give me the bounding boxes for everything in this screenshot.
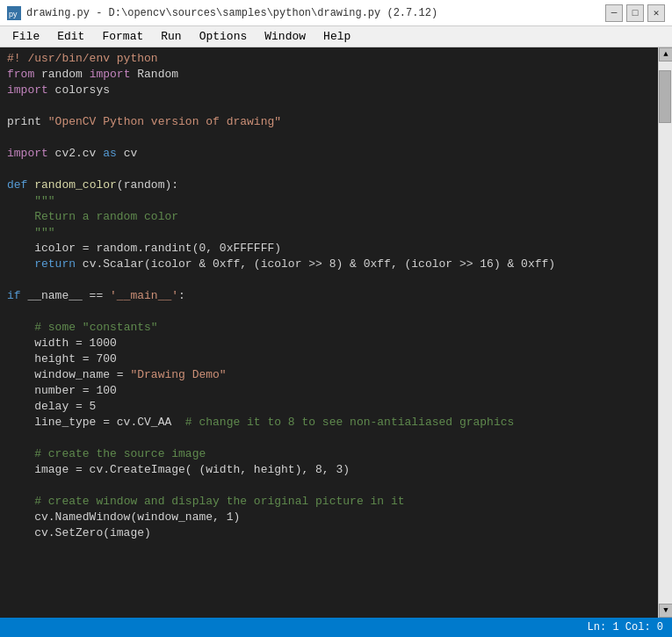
code-line: line_type = cv.CV_AA # change it to 8 to… [0,415,658,431]
scroll-down-button[interactable]: ▼ [659,604,672,618]
menu-item-options[interactable]: Options [191,28,257,45]
code-line: # create window and display the original… [0,494,658,510]
code-line: from random import Random [0,67,658,83]
code-line: """ [0,225,658,241]
menu-bar: FileEditFormatRunOptionsWindowHelp [0,26,672,47]
menu-item-window[interactable]: Window [256,28,314,45]
code-line: import colorsys [0,83,658,98]
code-line [0,130,658,146]
maximize-button[interactable]: □ [626,4,644,22]
cursor-position: Ln: 1 Col: 0 [588,621,663,633]
code-area[interactable]: #! /usr/bin/env pythonfrom random import… [0,47,658,618]
code-line: """ [0,193,658,209]
code-line: return cv.Scalar(icolor & 0xff, (icolor … [0,257,658,272]
scroll-thumb[interactable] [659,70,671,123]
code-line [0,304,658,320]
code-line: window_name = "Drawing Demo" [0,367,658,383]
svg-text:py: py [9,10,18,18]
scrollbar-right[interactable]: ▲ ▼ [658,47,672,618]
code-line: width = 1000 [0,336,658,351]
menu-item-run[interactable]: Run [152,28,190,45]
code-line: image = cv.CreateImage( (width, height),… [0,462,658,478]
code-line [0,431,658,446]
close-button[interactable]: ✕ [647,4,665,22]
code-line [0,272,658,288]
code-line: # create the source image [0,446,658,462]
code-line: cv.SetZero(image) [0,525,658,541]
scroll-track[interactable] [659,62,672,604]
code-line: if __name__ == '__main__': [0,288,658,304]
title-bar: py drawing.py - D:\opencv\sources\sample… [0,0,672,26]
editor-container: #! /usr/bin/env pythonfrom random import… [0,47,672,618]
menu-item-format[interactable]: Format [93,28,152,45]
code-line: #! /usr/bin/env python [0,51,658,67]
menu-item-edit[interactable]: Edit [48,28,93,45]
code-line: number = 100 [0,383,658,399]
code-line: delay = 5 [0,399,658,415]
code-line: Return a random color [0,209,658,225]
code-line [0,162,658,177]
code-line: height = 700 [0,351,658,367]
status-bar: Ln: 1 Col: 0 [0,618,672,637]
code-line: # some "constants" [0,320,658,336]
title-bar-left: py drawing.py - D:\opencv\sources\sample… [7,6,437,20]
code-line [0,98,658,114]
scroll-up-button[interactable]: ▲ [659,47,672,62]
code-line: import cv2.cv as cv [0,146,658,162]
app-icon: py [7,6,21,20]
title-bar-controls: ─ □ ✕ [605,4,665,22]
minimize-button[interactable]: ─ [605,4,623,22]
menu-item-file[interactable]: File [4,28,48,45]
code-line: icolor = random.randint(0, 0xFFFFFF) [0,241,658,257]
code-line: def random_color(random): [0,177,658,193]
code-line: cv.NamedWindow(window_name, 1) [0,510,658,525]
code-line: print "OpenCV Python version of drawing" [0,114,658,130]
window-title: drawing.py - D:\opencv\sources\samples\p… [26,7,437,19]
code-line [0,478,658,494]
menu-item-help[interactable]: Help [314,28,359,45]
